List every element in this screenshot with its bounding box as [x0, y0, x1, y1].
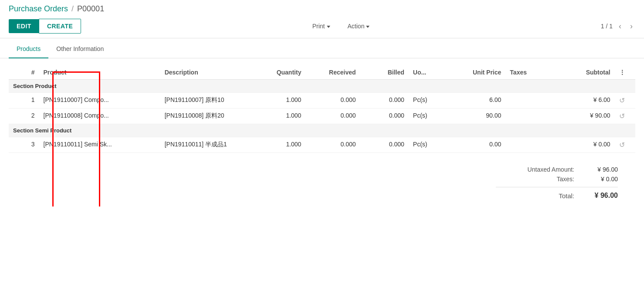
- row-description: [PN19110011] 半成品1: [160, 137, 251, 153]
- table-row[interactable]: 2 [PN19110008] Compo... [PN19110008] 原料2…: [9, 108, 635, 124]
- content-area: # Product Description Quantity Received …: [0, 58, 644, 206]
- col-header-quantity: Quantity: [251, 65, 305, 80]
- total-divider: [496, 187, 618, 187]
- col-header-received: Received: [305, 65, 360, 80]
- row-received: 0.000: [305, 137, 360, 153]
- row-billed: 0.000: [360, 137, 409, 153]
- next-record-button[interactable]: ›: [627, 21, 635, 32]
- col-header-uom: Uo...: [409, 65, 451, 80]
- taxes-value: ¥ 0.00: [583, 176, 618, 183]
- toolbar-center: Print Action: [308, 20, 374, 32]
- print-label: Print: [312, 23, 325, 30]
- row-description: [PN19110008] 原料20: [160, 108, 251, 124]
- breadcrumb-parent[interactable]: Purchase Orders: [9, 4, 68, 14]
- table-row[interactable]: 3 [PN19110011] Semi Sk... [PN19110011] 半…: [9, 137, 635, 153]
- section-row-semi-product: Section Semi Product: [9, 124, 635, 137]
- breadcrumb-current: P00001: [77, 4, 104, 14]
- row-quantity: 1.000: [251, 93, 305, 108]
- toolbar-left: EDIT CREATE: [9, 19, 81, 34]
- row-billed: 0.000: [360, 108, 409, 124]
- print-chevron-icon: [327, 26, 330, 28]
- untaxed-amount-row: Untaxed Amount: ¥ 96.00: [496, 166, 618, 173]
- row-received: 0.000: [305, 93, 360, 108]
- table-wrapper: # Product Description Quantity Received …: [9, 65, 635, 153]
- row-uom: Pc(s): [409, 137, 451, 153]
- row-product: [PN19110008] Compo...: [39, 108, 160, 124]
- row-history[interactable]: ↺: [615, 108, 635, 124]
- col-header-taxes: Taxes: [505, 65, 554, 80]
- table-header-row: # Product Description Quantity Received …: [9, 65, 635, 80]
- row-taxes: [505, 137, 554, 153]
- print-dropdown-button[interactable]: Print: [308, 20, 335, 32]
- col-header-billed: Billed: [360, 65, 409, 80]
- toolbar-right: 1 / 1 ‹ ›: [601, 21, 635, 32]
- row-subtotal: ¥ 0.00: [554, 137, 615, 153]
- row-unit-price: 6.00: [451, 93, 505, 108]
- row-product: [PN19110007] Compo...: [39, 93, 160, 108]
- untaxed-amount-value: ¥ 96.00: [583, 166, 618, 173]
- create-button[interactable]: CREATE: [39, 19, 81, 34]
- table-row[interactable]: 1 [PN19110007] Compo... [PN19110007] 原料1…: [9, 93, 635, 108]
- row-unit-price: 90.00: [451, 108, 505, 124]
- tab-products[interactable]: Products: [9, 40, 48, 58]
- row-num: 3: [9, 137, 39, 153]
- row-taxes: [505, 93, 554, 108]
- row-taxes: [505, 108, 554, 124]
- row-quantity: 1.000: [251, 137, 305, 153]
- row-description: [PN19110007] 原料10: [160, 93, 251, 108]
- col-header-unit-price: Unit Price: [451, 65, 505, 80]
- col-header-description: Description: [160, 65, 251, 80]
- tabs-area: Products Other Information: [0, 40, 644, 58]
- section-label-product: Section Product: [9, 80, 635, 93]
- pagination-text: 1 / 1: [601, 23, 613, 30]
- row-billed: 0.000: [360, 93, 409, 108]
- section-row-product: Section Product: [9, 80, 635, 93]
- row-unit-price: 0.00: [451, 137, 505, 153]
- totals-section: Untaxed Amount: ¥ 96.00 Taxes: ¥ 0.00 To…: [9, 166, 635, 200]
- toolbar: EDIT CREATE Print Action 1 / 1 ‹ ›: [9, 17, 635, 35]
- row-subtotal: ¥ 90.00: [554, 108, 615, 124]
- taxes-label: Taxes:: [505, 176, 574, 183]
- row-quantity: 1.000: [251, 108, 305, 124]
- history-icon[interactable]: ↺: [619, 97, 625, 104]
- edit-button[interactable]: EDIT: [9, 19, 39, 33]
- row-num: 2: [9, 108, 39, 124]
- prev-record-button[interactable]: ‹: [616, 21, 624, 32]
- col-header-product: Product: [39, 65, 160, 80]
- breadcrumb: Purchase Orders / P00001: [9, 4, 635, 14]
- row-subtotal: ¥ 6.00: [554, 93, 615, 108]
- action-label: Action: [348, 23, 365, 30]
- grand-total-row: Total: ¥ 96.00: [496, 192, 618, 200]
- action-dropdown-button[interactable]: Action: [343, 20, 374, 32]
- row-uom: Pc(s): [409, 93, 451, 108]
- row-uom: Pc(s): [409, 108, 451, 124]
- row-received: 0.000: [305, 108, 360, 124]
- breadcrumb-separator: /: [71, 4, 74, 14]
- section-label-semi-product: Section Semi Product: [9, 124, 635, 137]
- tabs: Products Other Information: [9, 40, 635, 58]
- table-body: Section Product 1 [PN19110007] Compo... …: [9, 80, 635, 153]
- row-history[interactable]: ↺: [615, 137, 635, 153]
- taxes-row: Taxes: ¥ 0.00: [496, 176, 618, 183]
- tab-other-information[interactable]: Other Information: [48, 40, 112, 58]
- action-chevron-icon: [366, 26, 369, 28]
- products-table: # Product Description Quantity Received …: [9, 65, 635, 153]
- row-num: 1: [9, 93, 39, 108]
- history-icon[interactable]: ↺: [619, 141, 625, 149]
- row-history[interactable]: ↺: [615, 93, 635, 108]
- col-header-subtotal: Subtotal: [554, 65, 615, 80]
- grand-total-label: Total:: [505, 192, 574, 200]
- history-icon[interactable]: ↺: [619, 112, 625, 120]
- grand-total-value: ¥ 96.00: [583, 192, 618, 200]
- col-header-hash: #: [9, 65, 39, 80]
- col-header-action: ⋮: [615, 65, 635, 80]
- untaxed-amount-label: Untaxed Amount:: [505, 166, 574, 173]
- row-product: [PN19110011] Semi Sk...: [39, 137, 160, 153]
